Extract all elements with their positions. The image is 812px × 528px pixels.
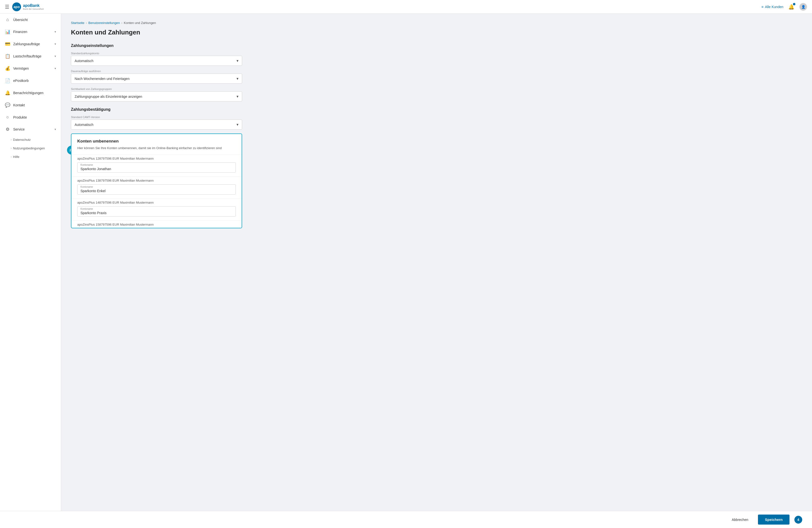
account-field-label-1: Kontoname xyxy=(81,163,93,166)
standardzahlungskonto-group: Standardzahlungskonto Automatisch ▾ xyxy=(71,52,242,66)
home-icon: ⌂ xyxy=(5,17,10,22)
sidebar-sub-datenschutz[interactable]: › Datenschutz xyxy=(0,135,61,144)
sidebar-label-benachrichtigungen: Benachrichtigungen xyxy=(13,91,56,95)
modal-card-description: Hier können Sie Ihre Konten umbenennen, … xyxy=(71,146,242,155)
chevron-down-icon: ▾ xyxy=(55,67,56,70)
breadcrumb-startseite[interactable]: Startseite xyxy=(71,21,84,25)
account-title-2: apoZinsPlus 138797596 EUR Maximilian Mus… xyxy=(77,179,236,182)
bell-icon: 🔔 xyxy=(5,90,10,96)
sichtbarkeit-group: Sichtbarkeit von Zahlungsgruppen Zahlung… xyxy=(71,88,242,101)
main-content: Startseite › Benutzereinstellungen › Kon… xyxy=(61,14,812,528)
standardzahlungskonto-value: Automatisch xyxy=(75,59,93,63)
account-input-1[interactable] xyxy=(77,163,235,172)
account-field-label-3: Kontoname xyxy=(81,207,93,210)
dropdown-arrow-icon: ▾ xyxy=(236,122,238,127)
camt-dropdown[interactable]: Automatisch ▾ xyxy=(71,119,242,130)
sidebar-item-uebersicht[interactable]: ⌂ Übersicht xyxy=(0,14,61,26)
sidebar-sub-nutzungsbedingungen[interactable]: › Nutzungsbedingungen xyxy=(0,144,61,152)
sidebar-label-lastschrift: Lastschriftaufträge xyxy=(13,54,52,58)
sidebar-item-epostkorb[interactable]: 📄 ePostkorb xyxy=(0,75,61,87)
truncated-account: apoZinsPlus 158797596 EUR Maximilian Mus… xyxy=(71,220,242,228)
service-icon: ⚙ xyxy=(5,127,10,132)
sidebar-label-vermoegen: Vermögen xyxy=(13,67,52,70)
produkte-icon: ○ xyxy=(5,115,10,120)
zahlungsauftraege-icon: 💳 xyxy=(5,41,10,47)
notification-icon[interactable]: 🔔 xyxy=(788,4,794,10)
header-right: ≡ Alle Kunden 🔔 👤 xyxy=(762,3,807,11)
header-left: ☰ apo apoBank Bank der Gesundheit xyxy=(5,2,44,11)
account-block-1: apoZinsPlus 128797596 EUR Maximilian Mus… xyxy=(71,155,242,176)
camt-value: Automatisch xyxy=(75,123,93,127)
sidebar-item-produkte[interactable]: ○ Produkte xyxy=(0,111,61,123)
sidebar-item-zahlungsauftraege[interactable]: 💳 Zahlungsaufträge ▾ xyxy=(0,38,61,50)
notification-dot xyxy=(793,3,795,5)
account-field-label-2: Kontoname xyxy=(81,186,93,188)
account-input-3[interactable] xyxy=(77,207,235,216)
logo-name: apoBank xyxy=(23,3,44,8)
chevron-down-icon: ▾ xyxy=(55,128,56,131)
chevron-down-icon: ▾ xyxy=(55,42,56,46)
account-block-2: apoZinsPlus 138797596 EUR Maximilian Mus… xyxy=(71,176,242,199)
settings-panel: Zahlungseinstellungen Standardzahlungsko… xyxy=(71,44,242,228)
sidebar-sub-label-nutzungsbedingungen: Nutzungsbedingungen xyxy=(13,146,45,150)
finanzen-icon: 📊 xyxy=(5,29,10,34)
dauerauftraege-dropdown[interactable]: Nach Wochenenden und Feiertagen ▾ xyxy=(71,74,242,84)
alle-kunden-button[interactable]: ≡ Alle Kunden xyxy=(762,5,783,9)
sidebar-item-finanzen[interactable]: 📊 Finanzen ▾ xyxy=(0,26,61,38)
breadcrumb-benutzereinstellungen[interactable]: Benutzereinstellungen xyxy=(88,21,120,25)
breadcrumb-sep-2: › xyxy=(121,21,122,25)
account-title-1: apoZinsPlus 128797596 EUR Maximilian Mus… xyxy=(77,157,236,160)
dropdown-arrow-icon: ▾ xyxy=(236,76,238,81)
sidebar-sub-label-datenschutz: Datenschutz xyxy=(13,138,31,142)
lastschrift-icon: 📋 xyxy=(5,54,10,59)
header: ☰ apo apoBank Bank der Gesundheit ≡ Alle… xyxy=(0,0,812,14)
logo-sub: Bank der Gesundheit xyxy=(23,8,44,10)
dauerauftraege-group: Daueraufträge ausführen Nach Wochenenden… xyxy=(71,70,242,84)
logo-circle: apo xyxy=(12,2,21,11)
sichtbarkeit-value: Zahlungsgruppe als Einzeleinträge anzeig… xyxy=(75,94,142,99)
breadcrumb-sep-1: › xyxy=(86,21,87,25)
logo-text: apoBank Bank der Gesundheit xyxy=(23,3,44,10)
sidebar-item-vermoegen[interactable]: 💰 Vermögen ▾ xyxy=(0,62,61,75)
cancel-button[interactable]: Abbrechen xyxy=(727,515,753,524)
dauerauftraege-label: Daueraufträge ausführen xyxy=(71,70,242,73)
footer-bar: Abbrechen Speichern 4 xyxy=(0,511,812,528)
zahlungsbestatigung-section: Zahlungsbestätigung Standard CAMT-Versio… xyxy=(71,107,242,130)
filter-icon: ≡ xyxy=(762,5,763,9)
sidebar-label-service: Service xyxy=(13,127,52,131)
sidebar-label-kontakt: Kontakt xyxy=(13,103,56,107)
sidebar-item-lastschriftauftraege[interactable]: 📋 Lastschriftaufträge ▾ xyxy=(0,50,61,62)
sichtbarkeit-dropdown[interactable]: Zahlungsgruppe als Einzeleinträge anzeig… xyxy=(71,91,242,101)
kontakt-icon: 💬 xyxy=(5,102,10,108)
account-input-2[interactable] xyxy=(77,185,235,194)
arrow-icon: › xyxy=(11,156,12,158)
standardzahlungskonto-label: Standardzahlungskonto xyxy=(71,52,242,55)
chevron-down-icon: ▾ xyxy=(55,30,56,33)
sidebar-label-produkte: Produkte xyxy=(13,115,56,119)
vermoegen-icon: 💰 xyxy=(5,66,10,71)
sidebar-label-uebersicht: Übersicht xyxy=(13,18,56,22)
sidebar-item-kontakt[interactable]: 💬 Kontakt xyxy=(0,99,61,111)
sidebar-sub-hilfe[interactable]: › Hilfe xyxy=(0,152,61,161)
chevron-down-icon: ▾ xyxy=(55,55,56,58)
modal-container: 2b Konten umbenennen Hier können Sie Ihr… xyxy=(71,133,242,228)
sidebar: ⌂ Übersicht 📊 Finanzen ▾ 💳 Zahlungsauftr… xyxy=(0,14,61,528)
sidebar-item-benachrichtigungen[interactable]: 🔔 Benachrichtigungen xyxy=(0,87,61,99)
footer-step-badge: 4 xyxy=(794,516,802,524)
account-input-group-2: Kontoname xyxy=(77,184,236,194)
sidebar-label-epostkorb: ePostkorb xyxy=(13,79,56,83)
hamburger-icon[interactable]: ☰ xyxy=(5,4,9,10)
sidebar-item-service[interactable]: ⚙ Service ▾ xyxy=(0,123,61,135)
dropdown-arrow-icon: ▾ xyxy=(236,94,238,99)
sidebar-label-finanzen: Finanzen xyxy=(13,30,52,34)
breadcrumb-current: Konten und Zahlungen xyxy=(124,21,156,25)
save-button[interactable]: Speichern xyxy=(758,515,789,525)
user-avatar[interactable]: 👤 xyxy=(799,3,807,11)
account-block-3: apoZinsPlus 148797596 EUR Maximilian Mus… xyxy=(71,199,242,220)
arrow-icon: › xyxy=(11,147,12,150)
account-input-group-3: Kontoname xyxy=(77,206,236,217)
zahlungseinstellungen-label: Zahlungseinstellungen xyxy=(71,44,242,48)
epostkorb-icon: 📄 xyxy=(5,78,10,83)
alle-kunden-label: Alle Kunden xyxy=(765,5,783,9)
standardzahlungskonto-dropdown[interactable]: Automatisch ▾ xyxy=(71,56,242,66)
